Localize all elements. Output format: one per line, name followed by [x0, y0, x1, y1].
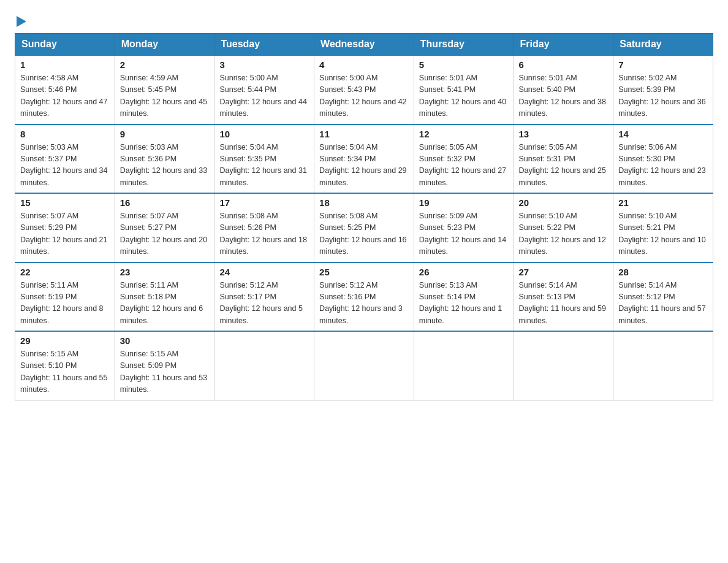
day-number: 30: [120, 335, 210, 346]
day-number: 26: [419, 267, 509, 277]
calendar-week-row: 8 Sunrise: 5:03 AM Sunset: 5:37 PM Dayli…: [15, 124, 713, 194]
day-number: 28: [618, 267, 708, 277]
day-info: Sunrise: 5:15 AM Sunset: 5:09 PM Dayligh…: [120, 348, 210, 396]
day-number: 2: [120, 59, 210, 70]
calendar-day-cell: 2 Sunrise: 4:59 AM Sunset: 5:45 PM Dayli…: [115, 55, 214, 124]
day-info: Sunrise: 5:10 AM Sunset: 5:21 PM Dayligh…: [618, 210, 708, 258]
day-info: Sunrise: 5:11 AM Sunset: 5:19 PM Dayligh…: [20, 280, 110, 327]
day-info: Sunrise: 5:08 AM Sunset: 5:26 PM Dayligh…: [219, 210, 309, 258]
day-number: 7: [618, 59, 708, 70]
logo: [15, 15, 28, 26]
day-info: Sunrise: 5:14 AM Sunset: 5:13 PM Dayligh…: [519, 280, 609, 327]
calendar-day-cell: 25 Sunrise: 5:12 AM Sunset: 5:16 PM Dayl…: [314, 262, 414, 332]
day-number: 14: [618, 129, 708, 139]
day-info: Sunrise: 5:12 AM Sunset: 5:17 PM Dayligh…: [219, 280, 309, 327]
day-info: Sunrise: 5:01 AM Sunset: 5:40 PM Dayligh…: [519, 72, 609, 120]
calendar-day-cell: 29 Sunrise: 5:15 AM Sunset: 5:10 PM Dayl…: [15, 331, 115, 400]
day-info: Sunrise: 5:03 AM Sunset: 5:37 PM Dayligh…: [20, 142, 110, 190]
day-number: 8: [20, 129, 110, 139]
day-info: Sunrise: 5:12 AM Sunset: 5:16 PM Dayligh…: [319, 280, 409, 327]
day-number: 18: [319, 197, 409, 208]
day-info: Sunrise: 5:05 AM Sunset: 5:31 PM Dayligh…: [519, 142, 609, 190]
calendar-week-row: 22 Sunrise: 5:11 AM Sunset: 5:19 PM Dayl…: [15, 262, 713, 332]
calendar-day-cell: 30 Sunrise: 5:15 AM Sunset: 5:09 PM Dayl…: [115, 331, 214, 400]
calendar-empty-cell: [514, 331, 613, 400]
day-number: 23: [120, 267, 210, 277]
day-info: Sunrise: 5:02 AM Sunset: 5:39 PM Dayligh…: [618, 72, 708, 120]
day-info: Sunrise: 5:15 AM Sunset: 5:10 PM Dayligh…: [20, 348, 110, 396]
calendar-empty-cell: [314, 331, 414, 400]
calendar-day-cell: 3 Sunrise: 5:00 AM Sunset: 5:44 PM Dayli…: [214, 55, 314, 124]
day-info: Sunrise: 5:07 AM Sunset: 5:27 PM Dayligh…: [120, 210, 210, 258]
calendar-table: SundayMondayTuesdayWednesdayThursdayFrid…: [15, 33, 713, 400]
day-info: Sunrise: 5:04 AM Sunset: 5:35 PM Dayligh…: [219, 142, 309, 190]
day-number: 9: [120, 129, 210, 139]
day-number: 27: [519, 267, 609, 277]
calendar-empty-cell: [414, 331, 514, 400]
calendar-day-cell: 17 Sunrise: 5:08 AM Sunset: 5:26 PM Dayl…: [214, 193, 314, 262]
calendar-day-cell: 10 Sunrise: 5:04 AM Sunset: 5:35 PM Dayl…: [214, 124, 314, 194]
day-info: Sunrise: 5:13 AM Sunset: 5:14 PM Dayligh…: [419, 280, 509, 327]
calendar-day-cell: 27 Sunrise: 5:14 AM Sunset: 5:13 PM Dayl…: [514, 262, 613, 332]
calendar-day-cell: 9 Sunrise: 5:03 AM Sunset: 5:36 PM Dayli…: [115, 124, 214, 194]
calendar-week-row: 15 Sunrise: 5:07 AM Sunset: 5:29 PM Dayl…: [15, 193, 713, 262]
day-number: 11: [319, 129, 409, 139]
day-info: Sunrise: 5:08 AM Sunset: 5:25 PM Dayligh…: [319, 210, 409, 258]
calendar-day-cell: 20 Sunrise: 5:10 AM Sunset: 5:22 PM Dayl…: [514, 193, 613, 262]
calendar-header-wednesday: Wednesday: [314, 34, 414, 56]
day-info: Sunrise: 5:00 AM Sunset: 5:44 PM Dayligh…: [219, 72, 309, 120]
day-number: 24: [219, 267, 309, 277]
day-number: 29: [20, 335, 110, 346]
day-number: 6: [519, 59, 609, 70]
day-number: 21: [618, 197, 708, 208]
day-number: 5: [419, 59, 509, 70]
svg-marker-0: [17, 16, 26, 27]
page-header: [15, 15, 713, 26]
day-number: 25: [319, 267, 409, 277]
day-info: Sunrise: 5:05 AM Sunset: 5:32 PM Dayligh…: [419, 142, 509, 190]
day-info: Sunrise: 5:07 AM Sunset: 5:29 PM Dayligh…: [20, 210, 110, 258]
day-number: 17: [219, 197, 309, 208]
calendar-header-row: SundayMondayTuesdayWednesdayThursdayFrid…: [15, 34, 713, 56]
calendar-header-sunday: Sunday: [15, 34, 115, 56]
calendar-day-cell: 21 Sunrise: 5:10 AM Sunset: 5:21 PM Dayl…: [613, 193, 713, 262]
calendar-empty-cell: [613, 331, 713, 400]
day-info: Sunrise: 4:58 AM Sunset: 5:46 PM Dayligh…: [20, 72, 110, 120]
calendar-day-cell: 13 Sunrise: 5:05 AM Sunset: 5:31 PM Dayl…: [514, 124, 613, 194]
calendar-day-cell: 7 Sunrise: 5:02 AM Sunset: 5:39 PM Dayli…: [613, 55, 713, 124]
day-number: 12: [419, 129, 509, 139]
calendar-day-cell: 12 Sunrise: 5:05 AM Sunset: 5:32 PM Dayl…: [414, 124, 514, 194]
day-info: Sunrise: 5:06 AM Sunset: 5:30 PM Dayligh…: [618, 142, 708, 190]
calendar-week-row: 1 Sunrise: 4:58 AM Sunset: 5:46 PM Dayli…: [15, 55, 713, 124]
calendar-day-cell: 15 Sunrise: 5:07 AM Sunset: 5:29 PM Dayl…: [15, 193, 115, 262]
calendar-day-cell: 1 Sunrise: 4:58 AM Sunset: 5:46 PM Dayli…: [15, 55, 115, 124]
day-number: 3: [219, 59, 309, 70]
logo-triangle-icon: [15, 15, 28, 28]
calendar-day-cell: 24 Sunrise: 5:12 AM Sunset: 5:17 PM Dayl…: [214, 262, 314, 332]
day-info: Sunrise: 5:10 AM Sunset: 5:22 PM Dayligh…: [519, 210, 609, 258]
calendar-day-cell: 11 Sunrise: 5:04 AM Sunset: 5:34 PM Dayl…: [314, 124, 414, 194]
calendar-week-row: 29 Sunrise: 5:15 AM Sunset: 5:10 PM Dayl…: [15, 331, 713, 400]
calendar-day-cell: 4 Sunrise: 5:00 AM Sunset: 5:43 PM Dayli…: [314, 55, 414, 124]
calendar-day-cell: 22 Sunrise: 5:11 AM Sunset: 5:19 PM Dayl…: [15, 262, 115, 332]
day-info: Sunrise: 5:01 AM Sunset: 5:41 PM Dayligh…: [419, 72, 509, 120]
day-number: 10: [219, 129, 309, 139]
calendar-day-cell: 28 Sunrise: 5:14 AM Sunset: 5:12 PM Dayl…: [613, 262, 713, 332]
calendar-header-thursday: Thursday: [414, 34, 514, 56]
day-info: Sunrise: 5:03 AM Sunset: 5:36 PM Dayligh…: [120, 142, 210, 190]
day-number: 19: [419, 197, 509, 208]
day-number: 1: [20, 59, 110, 70]
day-info: Sunrise: 5:00 AM Sunset: 5:43 PM Dayligh…: [319, 72, 409, 120]
calendar-day-cell: 19 Sunrise: 5:09 AM Sunset: 5:23 PM Dayl…: [414, 193, 514, 262]
day-info: Sunrise: 5:04 AM Sunset: 5:34 PM Dayligh…: [319, 142, 409, 190]
day-number: 20: [519, 197, 609, 208]
day-number: 16: [120, 197, 210, 208]
day-info: Sunrise: 5:11 AM Sunset: 5:18 PM Dayligh…: [120, 280, 210, 327]
day-info: Sunrise: 4:59 AM Sunset: 5:45 PM Dayligh…: [120, 72, 210, 120]
day-number: 13: [519, 129, 609, 139]
calendar-header-friday: Friday: [514, 34, 613, 56]
calendar-day-cell: 26 Sunrise: 5:13 AM Sunset: 5:14 PM Dayl…: [414, 262, 514, 332]
day-info: Sunrise: 5:09 AM Sunset: 5:23 PM Dayligh…: [419, 210, 509, 258]
day-info: Sunrise: 5:14 AM Sunset: 5:12 PM Dayligh…: [618, 280, 708, 327]
calendar-header-monday: Monday: [115, 34, 214, 56]
